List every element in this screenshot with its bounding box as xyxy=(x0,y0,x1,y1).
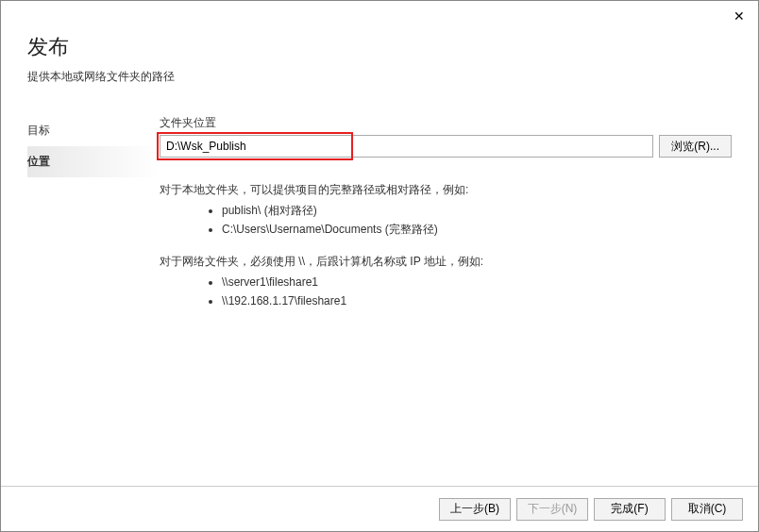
help-example: C:\Users\Username\Documents (完整路径) xyxy=(222,220,732,239)
help-text: 对于本地文件夹，可以提供项目的完整路径或相对路径，例如: publish\ (相… xyxy=(160,180,732,311)
close-button[interactable]: ✕ xyxy=(734,8,745,24)
dialog-title: 发布 xyxy=(27,33,732,61)
next-button: 下一步(N) xyxy=(516,498,588,521)
help-example: \\server1\fileshare1 xyxy=(222,273,732,291)
help-local-intro: 对于本地文件夹，可以提供项目的完整路径或相对路径，例如: xyxy=(160,180,732,201)
sidebar-item-label: 目标 xyxy=(27,124,50,137)
help-network-intro: 对于网络文件夹，必须使用 \\，后跟计算机名称或 IP 地址，例如: xyxy=(160,252,732,273)
folder-location-label: 文件夹位置 xyxy=(160,115,732,131)
finish-button[interactable]: 完成(F) xyxy=(594,498,666,521)
help-example: \\192.168.1.17\fileshare1 xyxy=(222,291,732,310)
wizard-sidebar: 目标 位置 xyxy=(27,115,160,324)
main-panel: 文件夹位置 浏览(R)... 对于本地文件夹，可以提供项目的完整路径或相对路径，… xyxy=(160,115,758,324)
browse-button[interactable]: 浏览(R)... xyxy=(659,135,732,158)
cancel-button[interactable]: 取消(C) xyxy=(671,498,743,521)
folder-location-input[interactable] xyxy=(160,135,653,158)
sidebar-item-location[interactable]: 位置 xyxy=(27,146,160,177)
sidebar-item-target[interactable]: 目标 xyxy=(27,115,160,146)
prev-button[interactable]: 上一步(B) xyxy=(439,498,511,521)
dialog-footer: 上一步(B) 下一步(N) 完成(F) 取消(C) xyxy=(1,486,758,531)
help-example: publish\ (相对路径) xyxy=(222,201,732,220)
dialog-header: 发布 提供本地或网络文件夹的路径 xyxy=(1,1,758,94)
sidebar-item-label: 位置 xyxy=(27,155,50,168)
dialog-subtitle: 提供本地或网络文件夹的路径 xyxy=(27,69,732,85)
